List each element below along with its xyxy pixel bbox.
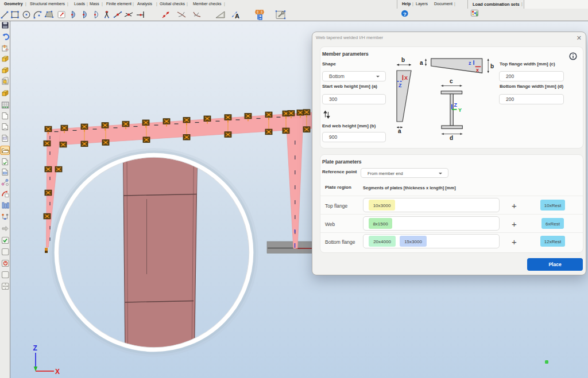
svg-text:Z: Z [399,83,402,88]
svg-text:Z: Z [33,344,37,352]
svg-text:A: A [235,13,239,20]
svg-text:d: d [450,135,453,141]
svg-text:Z: Z [454,102,458,108]
svg-text:c: c [450,78,453,84]
svg-text:X: X [55,368,60,376]
svg-text:x: x [476,67,479,73]
svg-text:a: a [398,128,401,134]
svg-text:b: b [401,57,405,63]
svg-text:X: X [404,75,408,81]
svg-text:Y: Y [458,107,462,113]
svg-text:Y: Y [3,45,5,48]
svg-text:b: b [490,63,494,69]
svg-text:a: a [420,60,423,66]
svg-text:?: ? [403,11,407,17]
svg-text:z: z [469,60,471,66]
